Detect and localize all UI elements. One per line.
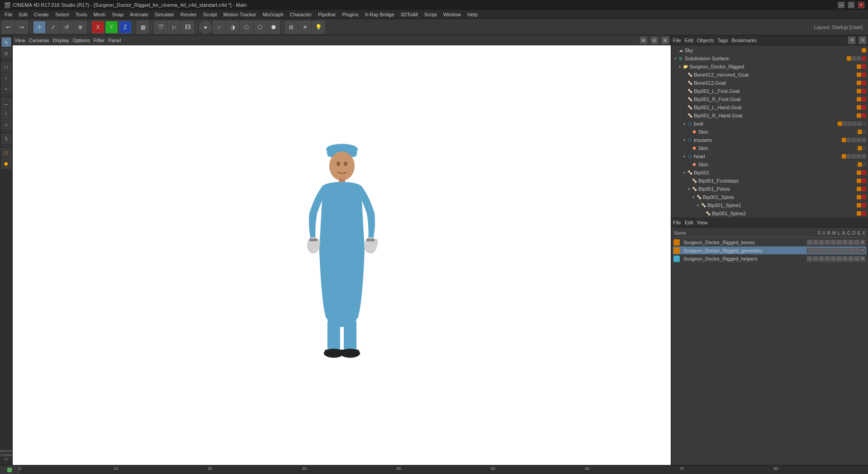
- tree-item-subdiv[interactable]: ▾ ⊞ Subdivision Surface: [671, 54, 868, 63]
- menu-item-script[interactable]: Script: [421, 11, 439, 18]
- snap-settings-button[interactable]: ☀: [298, 21, 311, 34]
- maximize-button[interactable]: □: [848, 2, 854, 8]
- tree-item-head[interactable]: ▾ ⬡ head: [671, 152, 868, 160]
- om-bookmarks-menu[interactable]: Bookmarks: [731, 38, 756, 43]
- tree-item-rhand[interactable]: 🦴 Bip001_R_Hand.Goal: [671, 111, 868, 120]
- pelvis-dot-1[interactable]: [857, 187, 861, 191]
- spine-dot-2[interactable]: [862, 195, 866, 199]
- menu-item-pipeline[interactable]: Pipeline: [315, 11, 338, 18]
- spine1-expander[interactable]: ▾: [696, 203, 700, 208]
- attr-bones-m[interactable]: ⬡: [824, 240, 830, 245]
- undo-button[interactable]: ↩: [2, 21, 15, 34]
- trousers-skin-dot-1[interactable]: [858, 146, 862, 150]
- attr-view-menu[interactable]: View: [697, 220, 708, 225]
- texture-mode-button[interactable]: ◑: [226, 21, 239, 34]
- attr-file-menu[interactable]: File: [673, 220, 681, 225]
- om-icon-1[interactable]: ⚙: [848, 37, 855, 44]
- om-tags-menu[interactable]: Tags: [717, 38, 728, 43]
- spine1-dot-2[interactable]: [862, 203, 866, 208]
- subdiv-dot-3[interactable]: [857, 56, 861, 61]
- redo-button[interactable]: ↪: [15, 21, 28, 34]
- menu-item-simulate[interactable]: Simulate: [152, 11, 177, 18]
- object-mode-button[interactable]: ○: [213, 21, 225, 34]
- attr-geometru-a[interactable]: ⬡: [836, 248, 842, 253]
- subdiv-dot-2[interactable]: [852, 56, 856, 61]
- viewport-canvas[interactable]: [13, 45, 671, 465]
- subdiv-dot-4[interactable]: [862, 56, 866, 61]
- attr-bones-l[interactable]: ⬡: [830, 240, 836, 245]
- menu-item-file[interactable]: File: [2, 11, 15, 18]
- attr-geometru-l[interactable]: ⬡: [830, 248, 836, 253]
- brush-tool[interactable]: ⊂: [1, 120, 11, 130]
- tree-item-lfoot[interactable]: 🦴 Bip001_L_Foot.Goal: [671, 87, 868, 95]
- bone012m-dot-1[interactable]: [857, 73, 861, 77]
- footsteps-dot-2[interactable]: [862, 179, 866, 183]
- trousers-expander[interactable]: ▾: [682, 138, 687, 142]
- attr-helpers-g[interactable]: ⬡: [842, 256, 848, 261]
- attr-bones-d[interactable]: ⬡: [848, 240, 853, 245]
- bodi-dot-2[interactable]: [843, 121, 847, 126]
- live-select-tool[interactable]: ◎: [1, 48, 11, 58]
- viewport-options-menu[interactable]: Options: [73, 38, 90, 43]
- transform-tool-button[interactable]: ⊕: [74, 21, 87, 34]
- surgeon-expander[interactable]: ▾: [678, 64, 682, 69]
- bodi-dot-1[interactable]: [838, 121, 842, 126]
- attr-helpers-s[interactable]: ⬡: [807, 256, 812, 261]
- render-button[interactable]: ▷: [168, 21, 180, 34]
- render-settings-button[interactable]: 🎞: [181, 21, 194, 34]
- z-axis-button[interactable]: Z: [119, 21, 132, 34]
- trousers-dot-3[interactable]: [852, 138, 856, 142]
- tree-item-sky[interactable]: ☁ Sky: [671, 46, 868, 54]
- bodi-dot-3[interactable]: [848, 121, 852, 126]
- tree-item-bone012[interactable]: 🦴 Bone012.Goal: [671, 79, 868, 87]
- menu-item-sculpt[interactable]: Sculpt: [200, 11, 220, 18]
- pelvis-dot-2[interactable]: [862, 187, 866, 191]
- lhand-dot-2[interactable]: [862, 105, 866, 110]
- tree-item-spine2[interactable]: 🦴 Bip001_Spine2: [671, 209, 868, 218]
- head-skin-dot-1[interactable]: [858, 162, 862, 167]
- paint-tool[interactable]: S: [1, 134, 11, 144]
- bip001-dot-1[interactable]: [857, 170, 861, 175]
- trousers-dot-4[interactable]: [857, 138, 861, 142]
- attr-geometru-g[interactable]: ⬡: [842, 248, 848, 253]
- python-tool-2[interactable]: ⬢: [1, 159, 11, 169]
- minimize-button[interactable]: —: [838, 2, 844, 8]
- magnet-tool[interactable]: ⌇: [1, 109, 11, 119]
- viewport-panel-menu[interactable]: Panel: [108, 38, 121, 43]
- head-expander[interactable]: ▾: [682, 154, 687, 159]
- attr-helpers-v[interactable]: ⬡: [813, 256, 818, 261]
- tree-item-rfoot[interactable]: 🦴 Bip001_R_Foot.Goal: [671, 95, 868, 103]
- attr-geometru-d[interactable]: ⬡: [848, 248, 853, 253]
- tree-item-bip001[interactable]: ▾ 🦴 Bip001: [671, 169, 868, 177]
- viewport-cameras-menu[interactable]: Cameras: [29, 38, 49, 43]
- tree-item-trousers[interactable]: ▾ ⬡ trousers: [671, 136, 868, 144]
- surgeon-dot-2[interactable]: [862, 64, 866, 69]
- attr-bones-r[interactable]: ⬡: [819, 240, 824, 245]
- x-axis-button[interactable]: X: [92, 21, 104, 34]
- om-edit-menu[interactable]: Edit: [685, 38, 693, 43]
- menu-item-mograph[interactable]: MoGraph: [260, 11, 286, 18]
- attr-edit-menu[interactable]: Edit: [685, 220, 693, 225]
- python-tool[interactable]: ⬡: [1, 148, 11, 158]
- om-icon-2[interactable]: ⊡: [859, 37, 866, 44]
- menu-item-animate[interactable]: Animate: [127, 11, 151, 18]
- spine-expander[interactable]: ▾: [691, 195, 696, 199]
- trousers-dot-1[interactable]: [842, 138, 846, 142]
- bone012m-dot-2[interactable]: [862, 73, 866, 77]
- tree-item-bone012m[interactable]: 🦴 Bone012_mirrored_Goal: [671, 71, 868, 79]
- menu-item-render[interactable]: Render: [178, 11, 200, 18]
- menu-item-tools[interactable]: Tools: [73, 11, 90, 18]
- rfoot-dot-2[interactable]: [862, 97, 866, 102]
- spine2-dot-2[interactable]: [862, 211, 866, 216]
- spine-dot-1[interactable]: [857, 195, 861, 199]
- menu-item-mesh[interactable]: Mesh: [91, 11, 108, 18]
- surgeon-dot-1[interactable]: [857, 64, 861, 69]
- head-dot-1[interactable]: [842, 154, 846, 159]
- menu-item-3dtoall[interactable]: 3DToAll: [398, 11, 420, 18]
- timeline[interactable]: 0102030405060708090 F: [0, 465, 868, 474]
- attr-row-bones[interactable]: Surgeon_Doctor_Rigged_bones ⬡ ⬡ ⬡ ⬡ ⬡ ⬡ …: [673, 238, 866, 247]
- menu-item-window[interactable]: Window: [440, 11, 463, 18]
- subdiv-expander[interactable]: ▾: [673, 56, 678, 61]
- attr-bones-e[interactable]: ⬡: [854, 240, 859, 245]
- polygon-tool[interactable]: ⬡: [1, 62, 11, 72]
